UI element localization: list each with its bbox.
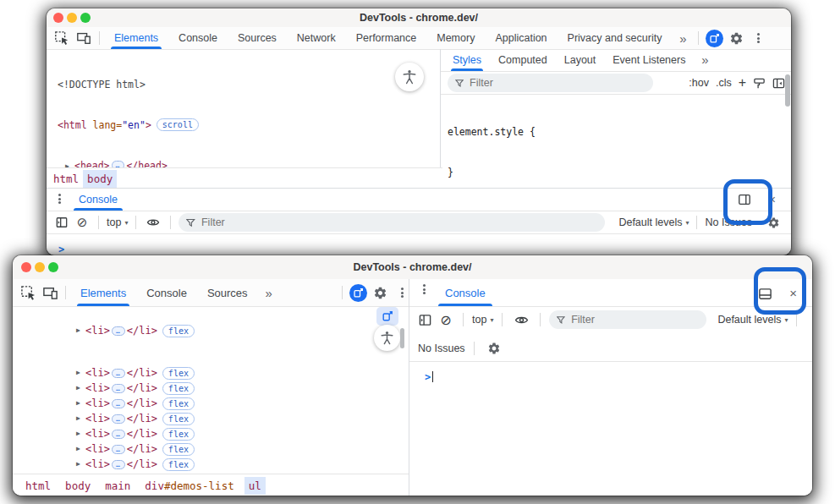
default-levels-dropdown[interactable]: Default levels▾ xyxy=(618,216,689,228)
settings-gear-icon[interactable] xyxy=(369,282,391,303)
expand-dots-button[interactable]: … xyxy=(112,384,125,393)
expand-arrow-icon[interactable]: ▶ xyxy=(76,427,85,441)
live-expression-eye-icon[interactable] xyxy=(511,310,531,330)
tab-console[interactable]: Console xyxy=(168,27,228,49)
tree-node-li[interactable]: ▶<li>…</li>flex xyxy=(13,396,409,411)
tab-elements[interactable]: Elements xyxy=(70,279,136,306)
tree-node-li[interactable]: ▶<li>…</li>flex xyxy=(13,441,409,457)
tab-network[interactable]: Network xyxy=(287,27,346,49)
breadcrumb-html[interactable]: html xyxy=(21,477,55,495)
tree-node-head[interactable]: ▶<head>…</head> xyxy=(58,159,440,167)
tree-node-li[interactable]: ▶<li>…</li>flex xyxy=(13,365,409,381)
expand-dots-button[interactable]: … xyxy=(112,399,125,408)
expand-dots-button[interactable]: … xyxy=(112,430,125,439)
breadcrumb-html[interactable]: html xyxy=(49,170,83,188)
breadcrumb-body[interactable]: body xyxy=(83,170,117,188)
expand-dots-button[interactable]: … xyxy=(112,460,125,469)
more-tabs-button[interactable]: » xyxy=(672,28,694,48)
styles-scrollbar-thumb[interactable] xyxy=(785,74,790,107)
tree-node-doctype[interactable]: <!DOCTYPE html> xyxy=(58,78,440,91)
dock-to-right-icon[interactable] xyxy=(733,189,755,210)
style-rule-element[interactable]: element.style { } xyxy=(441,95,791,188)
tree-node-li[interactable]: ▶<li>…</li>flex xyxy=(13,426,409,441)
tab-layout[interactable]: Layout xyxy=(556,49,605,71)
tab-sources[interactable]: Sources xyxy=(197,279,258,306)
console-filter-input[interactable] xyxy=(569,313,699,326)
expand-dots-button[interactable]: … xyxy=(112,161,125,167)
flex-badge[interactable]: flex xyxy=(162,443,195,456)
flex-badge[interactable]: flex xyxy=(162,428,195,441)
breadcrumb-main[interactable]: main xyxy=(101,477,135,495)
console-settings-gear-icon[interactable] xyxy=(762,212,784,233)
font-editor-icon[interactable] xyxy=(753,77,766,90)
console-settings-gear-icon[interactable] xyxy=(483,338,505,359)
expand-arrow-icon[interactable]: ▶ xyxy=(76,412,85,425)
more-tabs-button[interactable]: » xyxy=(694,49,716,69)
expand-dots-button[interactable]: … xyxy=(112,369,125,378)
tab-application[interactable]: Application xyxy=(485,27,557,49)
console-filter[interactable] xyxy=(549,310,706,329)
device-toolbar-icon[interactable] xyxy=(73,28,95,48)
tab-performance[interactable]: Performance xyxy=(346,27,427,49)
expand-dots-button[interactable]: … xyxy=(112,445,125,454)
expand-dots-button[interactable]: … xyxy=(112,414,125,424)
tab-styles[interactable]: Styles xyxy=(444,49,490,71)
elements-scrollbar-thumb[interactable] xyxy=(400,328,404,348)
breadcrumb-body[interactable]: body xyxy=(61,477,95,495)
breadcrumb-ul-selected[interactable]: ul xyxy=(244,477,266,495)
tab-console[interactable]: Console xyxy=(136,279,197,306)
tree-node-li[interactable]: ▶<li>…</li>flex xyxy=(13,381,409,396)
device-toolbar-icon[interactable] xyxy=(39,282,61,303)
expand-arrow-icon[interactable]: ▶ xyxy=(76,397,85,410)
console-filter[interactable] xyxy=(179,213,605,232)
flex-badge[interactable]: flex xyxy=(162,325,195,337)
move-panel-icon[interactable] xyxy=(376,307,398,326)
expand-arrow-icon[interactable]: ▶ xyxy=(76,366,85,380)
flex-badge[interactable]: flex xyxy=(162,458,195,471)
inspect-icon[interactable] xyxy=(51,28,73,48)
tree-node-li[interactable]: ▶<li>…</li>flex xyxy=(13,411,409,426)
context-selector[interactable]: top▾ xyxy=(472,314,493,326)
no-issues-label[interactable]: No Issues xyxy=(416,340,465,359)
tab-privacy-security[interactable]: Privacy and security xyxy=(558,27,673,49)
tab-elements[interactable]: Elements xyxy=(104,27,168,49)
toggle-hover-state-button[interactable]: :hov xyxy=(689,77,709,89)
tab-computed[interactable]: Computed xyxy=(490,49,556,71)
styles-filter-input[interactable] xyxy=(468,76,645,90)
tree-node-html[interactable]: <html lang="en">scroll xyxy=(58,118,440,132)
drawer-kebab-icon[interactable] xyxy=(416,279,431,299)
drawer-tab-console[interactable]: Console xyxy=(67,189,129,211)
new-style-rule-button[interactable]: + xyxy=(739,75,746,90)
flex-badge[interactable]: flex xyxy=(162,382,195,395)
move-panel-icon[interactable] xyxy=(703,28,725,48)
tree-node-li[interactable]: ▶<li>…</li>flex xyxy=(13,457,409,472)
styles-filter[interactable] xyxy=(448,74,653,92)
expand-arrow-icon[interactable]: ▶ xyxy=(76,457,85,471)
accessibility-button[interactable] xyxy=(395,63,424,91)
expand-arrow-icon[interactable]: ▶ xyxy=(76,324,85,337)
computed-sidebar-toggle-icon[interactable] xyxy=(772,77,785,90)
live-expression-eye-icon[interactable] xyxy=(144,212,162,233)
flex-badge[interactable]: flex xyxy=(162,367,195,380)
console-prompt-row[interactable]: > xyxy=(409,362,812,384)
toggle-class-button[interactable]: .cls xyxy=(716,77,732,89)
console-filter-input[interactable] xyxy=(200,216,597,229)
no-issues-label[interactable]: No Issues xyxy=(705,216,752,228)
default-levels-dropdown[interactable]: Default levels▾ xyxy=(717,314,788,326)
tab-sources[interactable]: Sources xyxy=(228,27,287,49)
clear-console-icon[interactable]: ⊘ xyxy=(74,212,91,233)
inspect-icon[interactable] xyxy=(17,282,39,303)
flex-badge[interactable]: flex xyxy=(162,397,195,410)
console-sidebar-icon[interactable] xyxy=(416,310,433,330)
expand-arrow-icon[interactable]: ▶ xyxy=(76,442,85,456)
accessibility-button[interactable] xyxy=(374,325,400,351)
drawer-tab-console[interactable]: Console xyxy=(431,279,499,306)
tree-node-li[interactable]: ▶<li>…</li>flex xyxy=(13,323,409,338)
expand-dots-button[interactable]: … xyxy=(112,326,125,336)
clear-console-icon[interactable]: ⊘ xyxy=(437,310,454,330)
breadcrumb-div-demos-list[interactable]: div#demos-list xyxy=(140,477,238,495)
drawer-kebab-icon[interactable] xyxy=(52,189,67,209)
context-selector[interactable]: top▾ xyxy=(107,216,128,228)
expand-arrow-icon[interactable]: ▶ xyxy=(76,381,85,395)
more-tabs-button[interactable]: » xyxy=(258,282,280,303)
